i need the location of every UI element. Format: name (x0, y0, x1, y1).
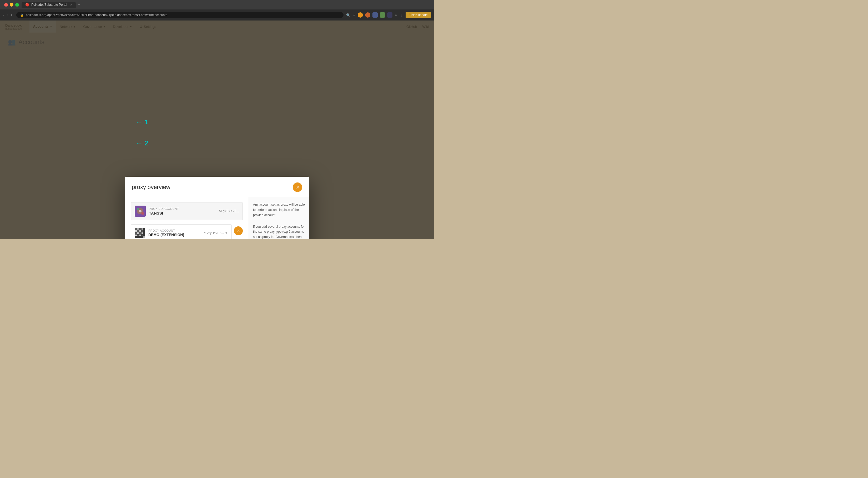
annotation-2: ← 2 (135, 139, 148, 147)
proxied-account-info: proxied account TANSSI (149, 207, 216, 215)
tab-title: Polkadot/Substrate Portal (31, 3, 67, 7)
svg-rect-16 (140, 232, 141, 234)
svg-rect-18 (135, 234, 137, 236)
svg-rect-11 (137, 230, 139, 232)
address-bar-container: 🔒 (16, 12, 343, 18)
svg-rect-8 (140, 228, 141, 230)
proxy-account-info: proxy account DEMO (EXTENSION) (148, 229, 200, 237)
tab-favicon: 🔴 (25, 3, 29, 7)
svg-rect-10 (135, 230, 137, 232)
ext-icon-4[interactable] (380, 12, 385, 18)
browser-toolbar-icons: 🔍 ☆ ⬇ ⋮ (346, 12, 403, 18)
proxied-account-avatar (135, 205, 146, 217)
svg-rect-9 (142, 228, 143, 230)
proxy-account-name: DEMO (EXTENSION) (148, 233, 200, 237)
menu-icon[interactable]: ⋮ (400, 13, 403, 17)
ext-icon-3[interactable] (372, 12, 378, 18)
modal-header: proxy overview ✕ (125, 177, 309, 197)
proxy-account-avatar (135, 228, 145, 238)
browser-chrome: 🔴 Polkadot/Substrate Portal ✕ + (0, 0, 434, 9)
proxy-account-address-display: 5GYyHYvEn... ▼ (204, 231, 228, 235)
tab-bar: 🔴 Polkadot/Substrate Portal ✕ + (22, 2, 430, 8)
svg-point-4 (139, 210, 142, 213)
ext-icon-2[interactable] (365, 12, 370, 18)
annotation-1-label: 1 (145, 118, 148, 126)
proxied-account-address: 5FgYJYKVJ... (219, 209, 239, 213)
download-icon[interactable]: ⬇ (395, 13, 397, 17)
browser-tab-active[interactable]: 🔴 Polkadot/Substrate Portal ✕ (22, 2, 76, 8)
remove-proxy-button[interactable]: ✕ (234, 226, 243, 235)
ext-icon-5[interactable] (387, 12, 393, 18)
svg-rect-12 (140, 230, 141, 232)
svg-rect-20 (140, 234, 141, 236)
info-text-1: Any account set as proxy will be able to… (253, 202, 305, 218)
proxied-account-section: proxied account TANSSI 5FgYJYKVJ... (131, 202, 243, 220)
forward-button[interactable]: › (7, 13, 8, 17)
svg-rect-21 (142, 234, 143, 236)
finish-update-button[interactable]: Finish update (406, 12, 431, 18)
arrow-1-icon: ← (135, 118, 143, 126)
proxied-account-label: proxied account (149, 207, 216, 210)
annotation-1: ← 1 (135, 118, 148, 126)
proxy-dropdown-arrow-icon[interactable]: ▼ (225, 231, 228, 234)
modal-title: proxy overview (132, 184, 170, 191)
address-input[interactable] (26, 13, 340, 17)
modal-dialog: proxy overview ✕ (125, 177, 309, 239)
tab-close-icon[interactable]: ✕ (70, 3, 72, 6)
lock-icon: 🔒 (20, 13, 24, 17)
proxied-account-name: TANSSI (149, 211, 216, 215)
modal-right-panel: Any account set as proxy will be able to… (249, 197, 309, 239)
proxy-account-label: proxy account (148, 229, 200, 232)
modal-close-button[interactable]: ✕ (293, 183, 302, 192)
svg-rect-17 (142, 232, 143, 234)
traffic-lights (4, 3, 19, 7)
traffic-light-red[interactable] (4, 3, 8, 7)
svg-rect-6 (135, 228, 137, 230)
address-bar-row: ‹ › ↻ 🔒 🔍 ☆ ⬇ ⋮ Finish update (0, 9, 434, 21)
modal-overlay: proxy overview ✕ (0, 21, 434, 239)
modal-left-panel: proxied account TANSSI 5FgYJYKVJ... (125, 197, 249, 239)
svg-rect-19 (137, 234, 139, 236)
ext-icon-1[interactable] (358, 12, 363, 18)
info-text-2: If you add several proxy accounts for th… (253, 224, 305, 239)
refresh-button[interactable]: ↻ (11, 13, 14, 17)
svg-rect-7 (137, 228, 139, 230)
new-tab-button[interactable]: + (78, 2, 80, 7)
traffic-light-yellow[interactable] (10, 3, 13, 7)
svg-rect-13 (142, 230, 143, 232)
app-area: Dancebox dancebox/500 Accounts ▼ Network… (0, 21, 434, 239)
annotation-2-label: 2 (145, 139, 148, 147)
svg-rect-3 (142, 213, 144, 215)
traffic-light-green[interactable] (15, 3, 19, 7)
arrow-2-icon: ← (135, 139, 143, 147)
back-button[interactable]: ‹ (3, 13, 4, 17)
proxy-address-text: 5GYyHYvEn... (204, 231, 224, 235)
modal-body: proxied account TANSSI 5FgYJYKVJ... (125, 197, 309, 239)
proxy-account-row: proxy account DEMO (EXTENSION) 5GYyHYvEn… (131, 224, 243, 239)
svg-rect-15 (137, 232, 139, 234)
svg-rect-22 (143, 236, 145, 238)
bookmark-icon[interactable]: ☆ (352, 13, 355, 17)
search-icon[interactable]: 🔍 (346, 13, 350, 17)
svg-rect-2 (137, 208, 139, 210)
svg-rect-14 (135, 232, 137, 234)
proxy-account-box: proxy account DEMO (EXTENSION) 5GYyHYvEn… (131, 224, 232, 239)
